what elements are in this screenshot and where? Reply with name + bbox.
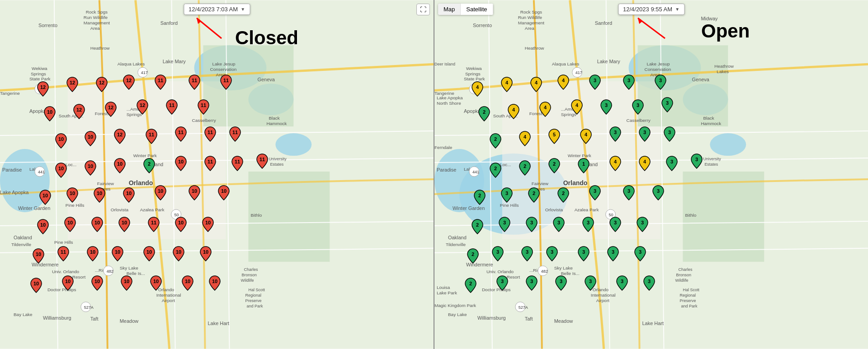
svg-text:12: 12 [117,132,123,137]
map-pin: 2 [467,248,479,264]
svg-text:Alaqua Lakes: Alaqua Lakes [552,61,579,66]
map-pin: 4 [530,76,542,93]
svg-rect-152 [638,45,728,126]
svg-text:3: 3 [594,78,596,83]
map-pin: 3 [632,99,644,115]
map-pin: 10 [55,133,67,149]
svg-text:4: 4 [562,78,565,83]
svg-text:4: 4 [643,159,646,164]
svg-text:Preserve: Preserve [679,298,696,303]
svg-text:Bay Lake: Bay Lake [14,312,33,317]
map-pin: 3 [525,275,538,291]
map-type-map-button[interactable]: Map [438,4,461,15]
map-pin: 4 [638,155,651,172]
map-pin: 2 [489,162,502,178]
map-pin: 2 [548,158,561,174]
svg-text:Casselberry: Casselberry [627,118,651,123]
svg-text:3: 3 [551,249,553,255]
svg-text:12: 12 [70,80,75,85]
map-pin: 10 [143,246,156,262]
svg-text:Sanford: Sanford [595,20,612,26]
map-pin: 12 [37,81,49,97]
svg-text:Lake Apopka: Lake Apopka [437,95,463,100]
svg-text:Orlovista: Orlovista [545,207,563,212]
svg-text:2: 2 [476,222,479,228]
map-pin: 2 [473,189,486,205]
map-pin: 3 [623,74,635,90]
svg-text:11: 11 [232,130,238,135]
svg-text:Magic Kingdom Park: Magic Kingdom Park [434,303,476,308]
svg-text:Paradise: Paradise [2,167,22,172]
svg-text:10: 10 [124,279,129,284]
svg-text:10: 10 [67,220,73,225]
map-pin: 3 [643,275,656,291]
svg-text:Wildlife: Wildlife [675,278,688,283]
svg-text:3: 3 [530,279,533,284]
svg-text:11: 11 [149,132,154,137]
map-pin: 3 [634,246,646,262]
svg-text:2: 2 [148,161,151,167]
svg-text:417: 417 [576,70,582,75]
svg-text:11: 11 [201,102,206,108]
svg-text:Orlovista: Orlovista [111,207,129,212]
svg-text:11: 11 [208,159,213,164]
svg-text:2: 2 [524,163,526,169]
svg-text:Rock Spgs: Rock Spgs [520,9,542,14]
svg-text:10: 10 [212,279,217,284]
svg-text:11: 11 [223,78,229,83]
svg-text:12: 12 [40,84,46,90]
svg-text:Lake Hart: Lake Hart [208,321,230,326]
map-pin: 10 [91,275,104,291]
svg-text:3: 3 [503,220,506,225]
svg-text:10: 10 [97,191,102,196]
map-type-satellite-button[interactable]: Satellite [461,4,493,15]
map-pin: 11 [204,155,217,172]
svg-text:3: 3 [670,159,673,164]
svg-text:Area: Area [90,26,100,31]
map-pin: 4 [609,155,622,172]
svg-text:3: 3 [560,279,562,284]
map-pin: 12 [123,74,135,90]
svg-text:Bronson: Bronson [676,273,691,277]
svg-text:Casselberry: Casselberry [192,118,216,123]
svg-text:Conservation: Conservation [645,67,671,72]
svg-text:Management: Management [84,20,110,25]
map-pin: 4 [507,103,520,120]
map-pin: 12 [104,101,117,117]
svg-text:3: 3 [557,220,560,225]
svg-text:Area: Area [525,26,535,31]
svg-text:Univ. Orlando: Univ. Orlando [486,269,514,274]
svg-text:University: University [703,157,721,161]
svg-text:2: 2 [478,193,481,198]
svg-point-3 [275,133,311,156]
svg-text:2: 2 [494,166,497,171]
svg-text:Geneva: Geneva [257,77,275,82]
svg-text:10: 10 [70,191,75,196]
map-pin: 11 [229,126,241,142]
map-pin: 3 [546,246,558,262]
svg-text:Tangerine: Tangerine [0,91,20,96]
left-red-arrow [172,7,226,43]
svg-text:3: 3 [657,188,660,194]
svg-text:3: 3 [582,249,585,255]
svg-text:3: 3 [614,130,617,135]
map-pin: 3 [654,74,667,90]
svg-text:10: 10 [117,161,123,167]
svg-text:3: 3 [643,130,646,135]
map-pin: 3 [555,275,567,291]
svg-text:11: 11 [61,249,66,255]
svg-text:Bithlo: Bithlo [250,213,262,218]
map-pin: 3 [552,216,565,233]
map-pin: 11 [147,216,160,233]
map-pin: 10 [55,162,67,178]
left-fullscreen-button[interactable]: ⛶ [416,4,430,15]
svg-text:Regional: Regional [679,293,695,298]
svg-text:2: 2 [469,281,472,286]
map-pin: 2 [519,160,531,176]
svg-text:482: 482 [541,269,548,274]
svg-text:12: 12 [76,107,82,112]
svg-rect-6 [203,45,294,126]
svg-text:3: 3 [589,279,592,284]
map-pin: 3 [589,74,601,90]
svg-text:3: 3 [505,191,508,196]
